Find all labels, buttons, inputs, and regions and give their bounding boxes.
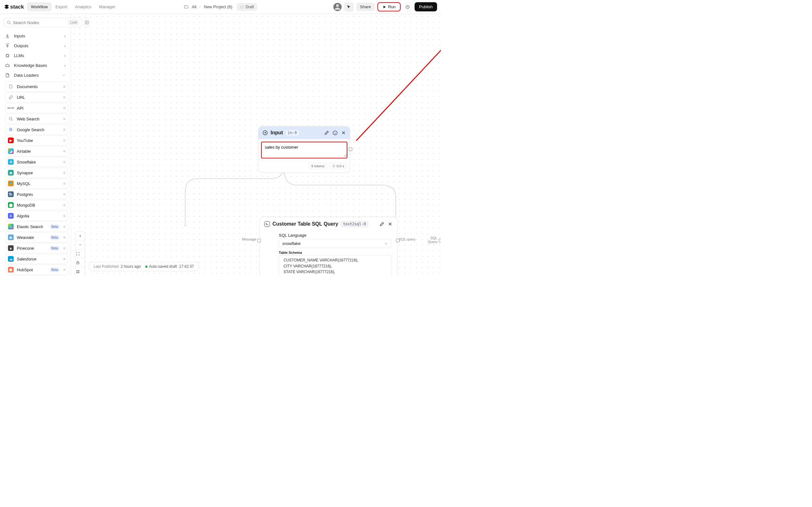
breadcrumb-folder[interactable]: All — [192, 4, 196, 9]
file-icon — [5, 73, 11, 78]
input-icon — [262, 130, 268, 135]
loader-item-pine[interactable]: ▲PineconeBeta≡ — [5, 243, 68, 253]
alg-icon: A — [8, 213, 14, 219]
node-header: Customer Table SQL Query text2sql-0 — [260, 217, 397, 231]
drag-handle-icon[interactable]: ≡ — [63, 181, 65, 186]
sql-query-node[interactable]: Customer Table SQL Query text2sql-0 SQL … — [259, 217, 397, 276]
output-port[interactable] — [349, 147, 352, 151]
loader-item-pg[interactable]: 🐘Postgres≡ — [5, 189, 68, 199]
loader-item-my[interactable]: 🐬MySQL≡ — [5, 178, 68, 188]
node-header: Input in-0 — [258, 126, 350, 139]
run-button[interactable]: Run — [377, 2, 401, 11]
edit-icon[interactable] — [324, 130, 329, 135]
drag-handle-icon[interactable]: ≡ — [63, 106, 65, 111]
beta-badge: Beta — [49, 268, 60, 272]
draft-pill[interactable]: Draft — [237, 3, 257, 11]
history-button[interactable] — [403, 3, 412, 11]
drag-handle-icon[interactable]: ≡ — [63, 149, 65, 154]
drag-handle-icon[interactable]: ≡ — [63, 95, 65, 100]
logo: stack — [4, 4, 24, 10]
drag-handle-icon[interactable]: ≡ — [63, 224, 65, 229]
loader-item-yt[interactable]: ▶YouTube≡ — [5, 135, 68, 146]
loader-item-http[interactable]: HTTPAPI≡ — [5, 103, 68, 113]
drag-handle-icon[interactable]: ≡ — [63, 245, 65, 250]
svg-rect-16 — [78, 270, 79, 271]
breadcrumb-project[interactable]: New Project (6) — [204, 4, 233, 9]
fit-button[interactable] — [76, 249, 85, 258]
loader-item-alg[interactable]: AAlgolia≡ — [5, 211, 68, 221]
drag-handle-icon[interactable]: ≡ — [63, 257, 65, 262]
loader-item-hs[interactable]: ⬣HubSpotBeta≡ — [5, 265, 68, 275]
loader-item-weav[interactable]: ◉WeaviateBeta≡ — [5, 232, 68, 242]
tab-workflow[interactable]: Workflow — [28, 3, 51, 11]
info-icon[interactable] — [333, 130, 338, 135]
drag-handle-icon[interactable]: ≡ — [63, 116, 65, 121]
drag-handle-icon[interactable]: ≡ — [63, 127, 65, 132]
input-port[interactable] — [257, 239, 261, 242]
cat-outputs[interactable]: Outputs› — [2, 41, 69, 51]
drag-handle-icon[interactable]: ≡ — [63, 84, 65, 89]
loader-item-search[interactable]: Web Search≡ — [5, 114, 68, 124]
publish-button[interactable]: Publish — [415, 2, 437, 11]
edit-icon[interactable] — [379, 222, 385, 227]
layout-button[interactable] — [76, 267, 85, 276]
drag-handle-icon[interactable]: ≡ — [63, 213, 65, 218]
loader-item-snow[interactable]: ❄Snowflake≡ — [5, 157, 68, 167]
search-input[interactable] — [13, 20, 66, 25]
drag-handle-icon[interactable]: ≡ — [63, 138, 65, 143]
sql-lang-select[interactable]: snowflake — [279, 239, 392, 248]
cat-knowledge-bases[interactable]: Knowledge Bases› — [2, 60, 69, 70]
chevron-right-icon: › — [64, 43, 66, 48]
http-icon: HTTP — [8, 105, 14, 111]
published-value: 2 hours ago — [120, 264, 141, 269]
close-icon[interactable] — [388, 222, 393, 227]
tab-analytics[interactable]: Analytics — [72, 3, 95, 11]
schema-box[interactable]: CUSTOMER_NAME VARCHAR(16777216),CITY VAR… — [279, 255, 392, 276]
loader-item-url[interactable]: URL≡ — [5, 92, 68, 102]
chevron-right-icon: › — [64, 63, 66, 68]
search-icon — [8, 116, 14, 122]
node-id: in-0 — [286, 130, 299, 136]
loader-item-mongo[interactable]: ⬤MongoDB≡ — [5, 200, 68, 210]
cat-llms[interactable]: LLMs› — [2, 51, 69, 60]
lock-button[interactable] — [76, 258, 85, 267]
drag-handle-icon[interactable]: ≡ — [63, 235, 65, 240]
tab-export[interactable]: Export — [52, 3, 71, 11]
loader-item-goog[interactable]: GGoogle Search≡ — [5, 124, 68, 135]
cursor-mode-button[interactable] — [344, 2, 354, 12]
share-button[interactable]: Share — [356, 3, 375, 11]
drag-handle-icon[interactable]: ≡ — [63, 203, 65, 208]
drag-handle-icon[interactable]: ≡ — [63, 159, 65, 164]
draft-label: Draft — [246, 5, 254, 9]
zoom-out-button[interactable]: − — [76, 240, 85, 249]
close-icon[interactable] — [341, 130, 346, 135]
play-icon — [383, 5, 386, 9]
loader-item-es[interactable]: ≡Elastic SearchBeta≡ — [5, 222, 68, 232]
status-bar: Last Published 2 hours ago Auto-saved dr… — [89, 262, 199, 271]
beta-badge: Beta — [49, 224, 60, 229]
loader-item-sf[interactable]: ☁Salesforce≡ — [5, 254, 68, 264]
svg-rect-15 — [77, 270, 78, 271]
loader-item-air[interactable]: ◢Airtable≡ — [5, 146, 68, 156]
loader-item-syn[interactable]: ◆Synapse≡ — [5, 168, 68, 178]
yt-icon: ▶ — [8, 137, 14, 143]
input-footer: 9 tokens 0.0 s — [258, 161, 350, 172]
sql-lang-value: snowflake — [282, 241, 301, 246]
canvas[interactable]: Input in-0 9 tokens 0.0 s Customer Table… — [71, 14, 441, 276]
zoom-in-button[interactable]: + — [76, 232, 85, 240]
cat-data-loaders[interactable]: Data Loaders — [2, 70, 69, 80]
loader-item-slack[interactable]: #Slack≡ — [5, 275, 68, 276]
loader-item-doc[interactable]: Documents≡ — [5, 81, 68, 92]
drag-handle-icon[interactable]: ≡ — [63, 192, 65, 197]
avatar[interactable] — [334, 3, 342, 11]
input-node[interactable]: Input in-0 9 tokens 0.0 s — [258, 126, 350, 173]
input-textarea[interactable] — [262, 142, 347, 157]
collapse-sidebar-button[interactable] — [84, 18, 90, 27]
search-box[interactable]: CtrlK — [4, 18, 82, 27]
drag-handle-icon[interactable]: ≡ — [63, 267, 65, 272]
drag-handle-icon[interactable]: ≡ — [63, 170, 65, 175]
input-port[interactable] — [439, 239, 441, 242]
tab-manager[interactable]: Manager — [96, 3, 118, 11]
sidebar-list: Inputs› Outputs› LLMs› Knowledge Bases› … — [0, 31, 71, 276]
cat-inputs[interactable]: Inputs› — [2, 31, 69, 41]
